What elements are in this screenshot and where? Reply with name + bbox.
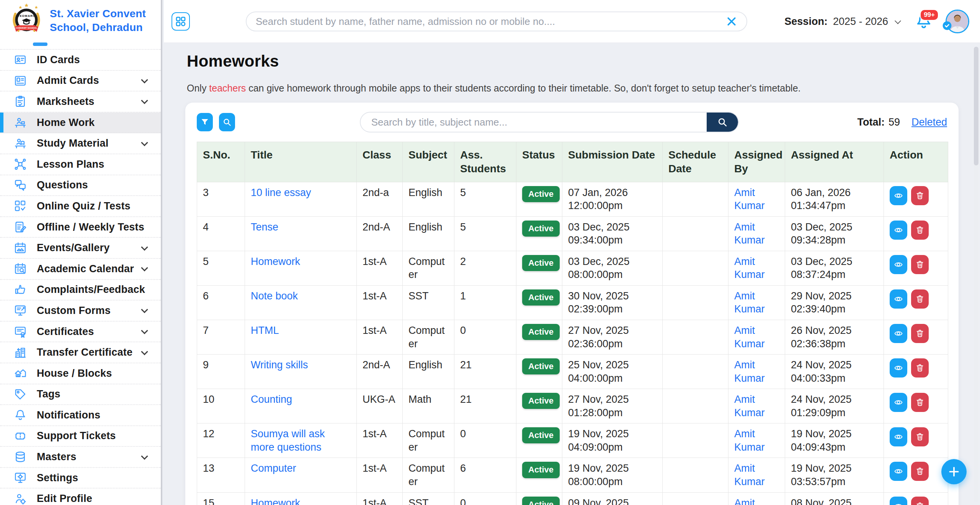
search-toggle-button[interactable] xyxy=(219,113,235,131)
sidebar-item-questions[interactable]: Questions xyxy=(0,175,161,196)
assigned-by-link[interactable]: Amit Kumar xyxy=(734,497,765,505)
cell-schedule-date xyxy=(663,389,728,423)
delete-button[interactable] xyxy=(911,186,929,205)
homework-title-link[interactable]: Writing skills xyxy=(251,359,308,371)
sidebar-item-certificates[interactable]: Certificates xyxy=(0,322,161,343)
chevron-down-icon xyxy=(141,97,148,104)
apps-grid-button[interactable] xyxy=(172,12,190,31)
sidebar-item-label: Edit Profile xyxy=(37,493,92,505)
session-value[interactable]: 2025 - 2026 xyxy=(833,16,888,28)
delete-button[interactable] xyxy=(911,358,929,378)
sidebar-item-settings[interactable]: Settings xyxy=(0,468,161,489)
page-scrollbar[interactable] xyxy=(974,47,978,502)
cell-submission-date: 07 Jan, 2026 12:00:00pm xyxy=(562,182,663,216)
add-homework-fab[interactable] xyxy=(941,459,967,484)
sidebar-item-lesson-plans[interactable]: Lesson Plans xyxy=(0,154,161,175)
view-button[interactable] xyxy=(890,427,907,446)
trash-icon xyxy=(915,191,924,200)
scrolled-item-icon-fragment xyxy=(33,42,47,46)
assigned-by-link[interactable]: Amit Kumar xyxy=(734,256,765,281)
assigned-by-link[interactable]: Amit Kumar xyxy=(734,359,765,384)
brand[interactable]: VEDMARC CONVENT SCHOOL St. Xavier Conven… xyxy=(9,3,146,38)
sidebar-item-transfer-certificate[interactable]: Transfer Certificate xyxy=(0,342,161,363)
cell-subject: English xyxy=(403,182,454,216)
delete-button[interactable] xyxy=(911,324,929,343)
house-icon xyxy=(14,367,27,380)
sidebar-item-custom-forms[interactable]: Custom Forms xyxy=(0,301,161,322)
sidebar-item-label: Offline / Weekly Tests xyxy=(37,221,144,233)
sidebar-item-academic-calendar[interactable]: Academic Calendar xyxy=(0,259,161,280)
sidebar-item-home-work[interactable]: Home Work xyxy=(0,113,161,134)
eye-icon xyxy=(894,191,903,200)
forms-icon xyxy=(14,304,27,317)
cell-action xyxy=(884,492,948,505)
sidebar-item-events-gallery[interactable]: Events/Gallery xyxy=(0,238,161,259)
sidebar-item-online-quiz-tests[interactable]: Online Quiz / Tests xyxy=(0,196,161,217)
view-button[interactable] xyxy=(890,324,907,343)
cell-assigned-students: 21 xyxy=(454,389,516,423)
cell-assigned-by: Amit Kumar xyxy=(728,285,785,320)
sidebar-item-edit-profile[interactable]: Edit Profile xyxy=(0,489,161,505)
cell-sno: 12 xyxy=(197,423,245,458)
view-button[interactable] xyxy=(890,497,907,505)
homework-title-link[interactable]: Computer xyxy=(251,463,296,474)
clear-search-icon[interactable] xyxy=(726,16,737,27)
sidebar-item-support-tickets[interactable]: Support Tickets xyxy=(0,426,161,447)
homework-search-input[interactable] xyxy=(371,116,707,128)
view-button[interactable] xyxy=(890,221,907,240)
scrollbar-thumb[interactable] xyxy=(974,47,978,165)
cell-assigned-by: Amit Kumar xyxy=(728,355,785,389)
filter-button[interactable] xyxy=(197,113,213,131)
delete-button[interactable] xyxy=(911,221,929,240)
cell-schedule-date xyxy=(663,251,728,285)
delete-button[interactable] xyxy=(911,497,929,505)
cell-subject: Computer xyxy=(403,251,454,285)
user-avatar[interactable] xyxy=(946,10,969,33)
sidebar-menu: ID CardsAdmit CardsMarksheetsHome WorkSt… xyxy=(0,49,161,505)
search-icon xyxy=(717,117,728,127)
assigned-by-link[interactable]: Amit Kumar xyxy=(734,463,765,487)
homework-title-link[interactable]: Counting xyxy=(251,394,292,405)
delete-button[interactable] xyxy=(911,462,929,481)
assigned-by-link[interactable]: Amit Kumar xyxy=(734,221,765,246)
sidebar-item-id-cards[interactable]: ID Cards xyxy=(0,50,161,71)
delete-button[interactable] xyxy=(911,427,929,446)
view-button[interactable] xyxy=(890,289,907,309)
homework-title-link[interactable]: Note book xyxy=(251,290,298,302)
homework-title-link[interactable]: Homework xyxy=(251,497,300,505)
sidebar-item-admit-cards[interactable]: Admit Cards xyxy=(0,71,161,92)
view-button[interactable] xyxy=(890,462,907,481)
view-button[interactable] xyxy=(890,358,907,378)
deleted-link[interactable]: Deleted xyxy=(911,116,947,128)
sidebar-item-masters[interactable]: Masters xyxy=(0,447,161,468)
assigned-by-link[interactable]: Amit Kumar xyxy=(734,290,765,315)
sidebar-item-tags[interactable]: Tags xyxy=(0,384,161,405)
submit-search-button[interactable] xyxy=(707,112,738,132)
view-button[interactable] xyxy=(890,255,907,274)
assigned-by-link[interactable]: Amit Kumar xyxy=(734,187,765,212)
cell-schedule-date xyxy=(663,216,728,251)
homework-title-link[interactable]: Soumya will ask more questions xyxy=(251,428,325,453)
sidebar-item-complaints-feedback[interactable]: Complaints/Feedback xyxy=(0,280,161,301)
notifications-button[interactable]: 99+ xyxy=(915,12,933,31)
chevron-down-icon[interactable] xyxy=(895,18,901,24)
delete-button[interactable] xyxy=(911,289,929,309)
homework-title-link[interactable]: Homework xyxy=(251,256,300,267)
delete-button[interactable] xyxy=(911,393,929,412)
sidebar-item-house-blocks[interactable]: House / Blocks xyxy=(0,363,161,384)
homework-title-link[interactable]: HTML xyxy=(251,325,279,336)
homework-title-link[interactable]: Tense xyxy=(251,221,278,233)
sidebar-item-offline-weekly-tests[interactable]: Offline / Weekly Tests xyxy=(0,217,161,238)
sidebar-item-notifications[interactable]: Notifications xyxy=(0,405,161,426)
view-button[interactable] xyxy=(890,186,907,205)
assigned-by-link[interactable]: Amit Kumar xyxy=(734,428,765,453)
delete-button[interactable] xyxy=(911,255,929,274)
sidebar-item-study-material[interactable]: Study Material xyxy=(0,133,161,154)
cell-sno: 10 xyxy=(197,389,245,423)
assigned-by-link[interactable]: Amit Kumar xyxy=(734,394,765,418)
homework-title-link[interactable]: 10 line essay xyxy=(251,187,311,198)
view-button[interactable] xyxy=(890,393,907,412)
student-search-input[interactable] xyxy=(256,16,726,28)
assigned-by-link[interactable]: Amit Kumar xyxy=(734,325,765,350)
sidebar-item-marksheets[interactable]: Marksheets xyxy=(0,92,161,113)
